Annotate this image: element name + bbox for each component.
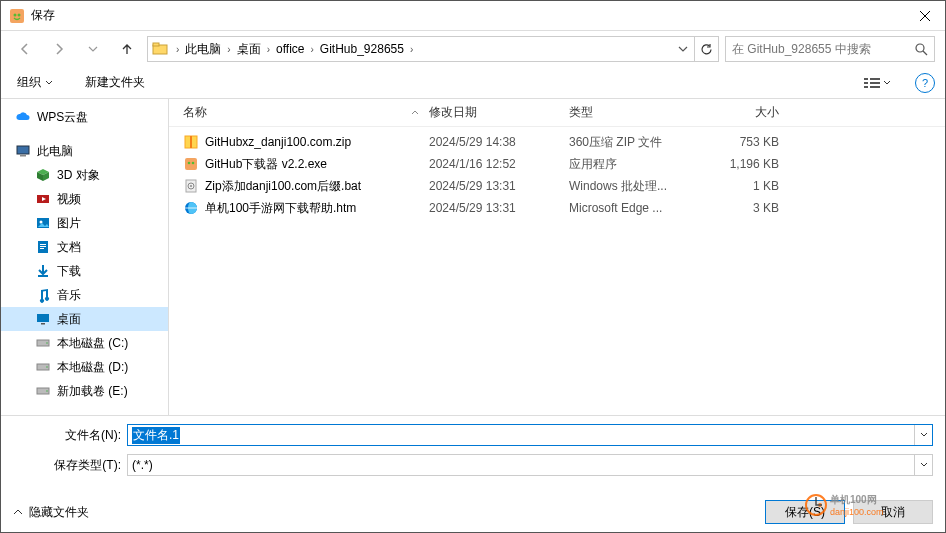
file-type: Windows 批处理...	[569, 178, 709, 195]
svg-point-5	[916, 44, 924, 52]
svg-rect-12	[17, 146, 29, 154]
file-date: 2024/1/16 12:52	[429, 157, 569, 171]
refresh-button[interactable]	[694, 37, 718, 61]
video-icon	[35, 191, 51, 207]
crumb-github[interactable]: GitHub_928655	[318, 42, 406, 56]
back-button[interactable]	[11, 35, 39, 63]
file-date: 2024/5/29 13:31	[429, 201, 569, 215]
app-icon	[9, 8, 25, 24]
sidebar-item[interactable]: 桌面	[1, 307, 168, 331]
sidebar-label: 本地磁盘 (D:)	[57, 359, 128, 376]
sidebar-item[interactable]: 图片	[1, 211, 168, 235]
crumb-desktop[interactable]: 桌面	[235, 41, 263, 58]
file-row[interactable]: GitHub下载器 v2.2.exe2024/1/16 12:52应用程序1,1…	[169, 153, 945, 175]
breadcrumb[interactable]: › 此电脑 › 桌面 › office › GitHub_928655 ›	[147, 36, 719, 62]
file-size: 3 KB	[709, 201, 799, 215]
type-dropdown[interactable]	[914, 455, 932, 475]
sidebar-label: 本地磁盘 (C:)	[57, 335, 128, 352]
search-icon	[915, 43, 928, 56]
file-row[interactable]: Zip添加danji100.com后缀.bat2024/5/29 13:31Wi…	[169, 175, 945, 197]
svg-rect-10	[870, 82, 880, 84]
desktop-icon	[35, 311, 51, 327]
chevron-right-icon: ›	[263, 44, 274, 55]
pc-icon	[15, 143, 31, 159]
svg-rect-32	[185, 158, 197, 170]
hide-folders-button[interactable]: 隐藏文件夹	[13, 504, 89, 521]
forward-button[interactable]	[45, 35, 73, 63]
sidebar-label: 视频	[57, 191, 81, 208]
file-name: GitHubxz_danji100.com.zip	[205, 135, 351, 149]
svg-rect-11	[870, 86, 880, 88]
header-date[interactable]: 修改日期	[429, 104, 569, 121]
svg-rect-31	[190, 136, 192, 148]
sidebar-item[interactable]: 3D 对象	[1, 163, 168, 187]
svg-rect-13	[20, 155, 26, 157]
chevron-down-icon	[45, 79, 53, 87]
file-icon	[183, 178, 199, 194]
organize-label: 组织	[17, 74, 41, 91]
sort-indicator-icon	[411, 109, 419, 117]
search-input[interactable]: 在 GitHub_928655 中搜索	[725, 36, 935, 62]
file-icon	[183, 156, 199, 172]
file-name: 单机100手游网下载帮助.htm	[205, 200, 356, 217]
chevron-down-icon	[883, 79, 891, 87]
file-row[interactable]: 单机100手游网下载帮助.htm2024/5/29 13:31Microsoft…	[169, 197, 945, 219]
file-row[interactable]: GitHubxz_danji100.com.zip2024/5/29 14:38…	[169, 131, 945, 153]
title-bar: 保存	[1, 1, 945, 31]
recent-button[interactable]	[79, 35, 107, 63]
crumb-office[interactable]: office	[274, 42, 306, 56]
sidebar-item-pc[interactable]: 此电脑	[1, 139, 168, 163]
cancel-button[interactable]: 取消	[853, 500, 933, 524]
chevron-right-icon: ›	[223, 44, 234, 55]
header-name[interactable]: 名称	[169, 104, 429, 121]
sidebar-item[interactable]: 本地磁盘 (C:)	[1, 331, 168, 355]
chevron-right-icon: ›	[406, 44, 417, 55]
svg-point-27	[46, 366, 48, 368]
sidebar-item-wps[interactable]: WPS云盘	[1, 105, 168, 129]
cube-icon	[35, 167, 51, 183]
sidebar-item[interactable]: 下载	[1, 259, 168, 283]
file-list: 名称 修改日期 类型 大小 GitHubxz_danji100.com.zip2…	[169, 99, 945, 415]
breadcrumb-dropdown[interactable]	[672, 44, 694, 54]
type-select[interactable]: (*.*)	[127, 454, 933, 476]
help-button[interactable]: ?	[915, 73, 935, 93]
drive-icon	[35, 335, 51, 351]
svg-point-33	[188, 162, 191, 165]
organize-button[interactable]: 组织	[11, 70, 59, 95]
header-type[interactable]: 类型	[569, 104, 709, 121]
sidebar-item[interactable]: 文档	[1, 235, 168, 259]
cloud-icon	[15, 109, 31, 125]
sidebar-label: 下载	[57, 263, 81, 280]
crumb-pc[interactable]: 此电脑	[183, 41, 223, 58]
svg-rect-6	[864, 78, 868, 80]
filename-dropdown[interactable]	[914, 425, 932, 445]
svg-rect-18	[40, 244, 46, 245]
sidebar-item[interactable]: 本地磁盘 (D:)	[1, 355, 168, 379]
file-name: Zip添加danji100.com后缀.bat	[205, 178, 361, 195]
file-rows: GitHubxz_danji100.com.zip2024/5/29 14:38…	[169, 127, 945, 415]
svg-rect-23	[41, 323, 45, 325]
new-folder-button[interactable]: 新建文件夹	[79, 70, 151, 95]
filename-input[interactable]: 文件名.1	[127, 424, 933, 446]
file-type: Microsoft Edge ...	[569, 201, 709, 215]
svg-rect-19	[40, 246, 46, 247]
svg-point-25	[46, 342, 48, 344]
new-folder-label: 新建文件夹	[85, 74, 145, 91]
save-button[interactable]: 保存(S)	[765, 500, 845, 524]
svg-rect-8	[864, 86, 868, 88]
close-button[interactable]	[905, 1, 945, 31]
sidebar-label: 文档	[57, 239, 81, 256]
svg-rect-21	[38, 275, 48, 277]
filename-label: 文件名(N):	[13, 427, 127, 444]
chevron-right-icon: ›	[172, 44, 183, 55]
up-button[interactable]	[113, 35, 141, 63]
sidebar-label: 桌面	[57, 311, 81, 328]
sidebar-item[interactable]: 音乐	[1, 283, 168, 307]
search-placeholder: 在 GitHub_928655 中搜索	[732, 41, 871, 58]
svg-rect-7	[864, 82, 868, 84]
image-icon	[35, 215, 51, 231]
sidebar-item[interactable]: 视频	[1, 187, 168, 211]
header-size[interactable]: 大小	[709, 104, 799, 121]
sidebar-item[interactable]: 新加载卷 (E:)	[1, 379, 168, 403]
view-mode-button[interactable]	[859, 72, 895, 94]
